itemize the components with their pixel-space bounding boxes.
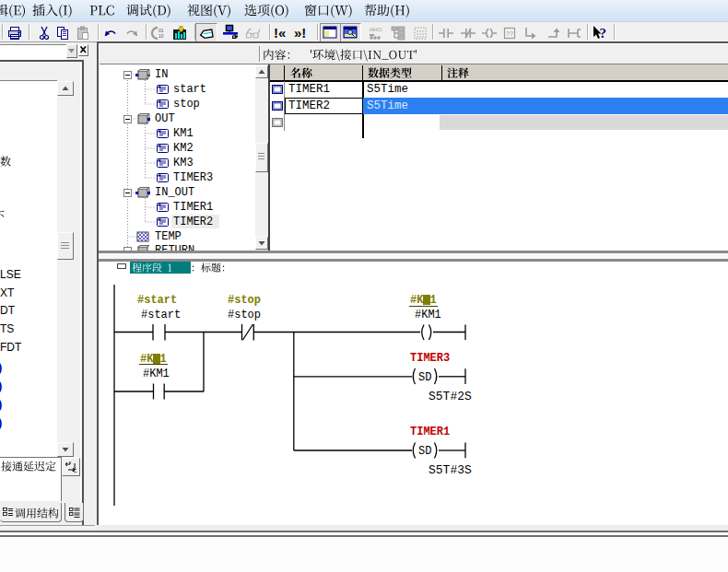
svg-text:<: < [72,466,76,474]
svg-text:10: 10 [159,33,164,39]
svg-text:HHO: HHO [370,27,382,32]
svg-text:??: ?? [506,30,513,37]
svg-text:?: ? [600,26,607,41]
